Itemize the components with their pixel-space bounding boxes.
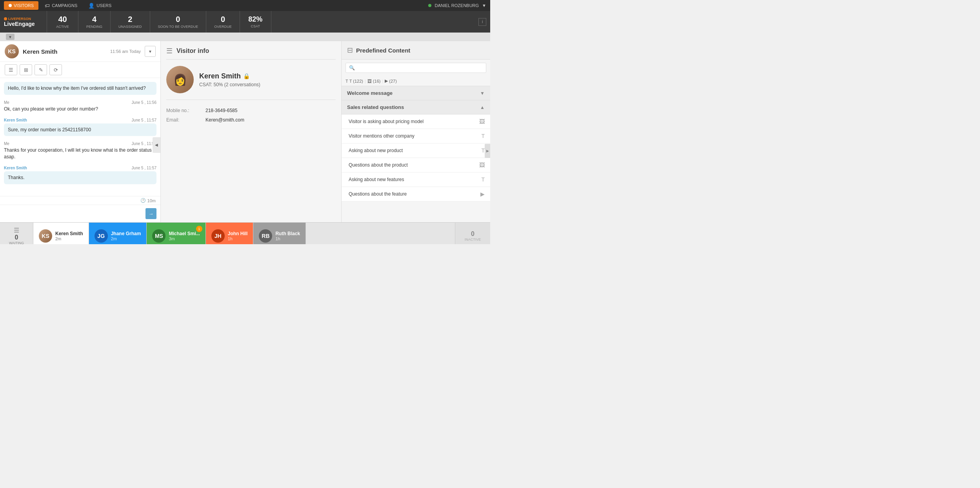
nav-campaigns-label: CAMPAIGNS xyxy=(52,3,77,8)
collapse-button[interactable]: ▼ xyxy=(6,34,15,40)
text-type[interactable]: T T (122) xyxy=(345,79,363,83)
text-item-icon: T xyxy=(481,176,485,183)
person-icon: 👤 xyxy=(88,3,95,9)
predefined-item[interactable]: Asking about new features T xyxy=(342,172,490,187)
category-welcome-toggle: ▼ xyxy=(480,91,485,96)
tag-icon: 🏷 xyxy=(45,3,50,9)
conv-tab-michael[interactable]: MS Michael Smi... 3m 1 xyxy=(147,223,205,244)
conv-tab-ruth[interactable]: RB Ruth Black 1h xyxy=(253,223,306,244)
predefined-item[interactable]: Asking about new product T xyxy=(342,143,490,158)
edit-icon-button[interactable]: ✎ xyxy=(35,64,47,75)
image-type[interactable]: 🖼 (16) xyxy=(367,79,381,83)
predefined-search-box[interactable]: 🔍 xyxy=(345,63,486,73)
visitor-csat: CSAT: 50% (2 conversations) xyxy=(199,82,260,87)
waiting-num: 0 xyxy=(15,234,18,241)
stat-unassigned: 2 UNASSIGNED xyxy=(111,11,150,33)
chat-panel: KS Keren Smith 11:56 am Today ▼ ☰ ⊞ ✎ ⟳ … xyxy=(0,41,161,222)
chat-messages: Hello, I'd like to know why the item I'v… xyxy=(0,78,160,196)
predefined-item[interactable]: Visitor is asking about pricing model 🖼 xyxy=(342,114,490,129)
message-block: Me June 5 , 11:57 Thanks for your cooper… xyxy=(4,142,156,160)
stat-soon-overdue-label: SOON TO BE OVERDUE xyxy=(158,25,198,29)
user-name: DANIEL ROZENBURG xyxy=(435,3,479,8)
video-count: (27) xyxy=(389,79,397,83)
nav-right: DANIEL ROZENBURG ▼ xyxy=(428,3,486,8)
visitor-profile-info: Keren Smith 🔒 CSAT: 50% (2 conversations… xyxy=(199,72,260,87)
text-icon: T xyxy=(345,79,348,83)
separator: | xyxy=(382,79,383,83)
nav-campaigns[interactable]: 🏷 CAMPAIGNS xyxy=(40,1,82,10)
nav-users[interactable]: 👤 USERS xyxy=(84,1,116,10)
visitor-info-header: ☰ Visitor info xyxy=(166,47,336,60)
logo-area: LIVEPERSON LiveEngage xyxy=(0,11,47,33)
message-text: Hello, I'd like to know why the item I'v… xyxy=(8,85,153,92)
stat-pending: 4 PENDING xyxy=(78,11,111,33)
predefined-item[interactable]: Visitor mentions other company T xyxy=(342,129,490,143)
search-icon: 🔍 xyxy=(349,65,355,71)
tab-time-jhane: 2m xyxy=(111,236,141,241)
chat-input[interactable] xyxy=(4,211,145,216)
tab-info-michael: Michael Smi... 3m xyxy=(169,231,200,241)
visitor-profile: 👩 Keren Smith 🔒 CSAT: 50% (2 conversatio… xyxy=(166,66,336,100)
predefined-item[interactable]: Questions about the feature ▶ xyxy=(342,187,490,201)
grid-icon-button[interactable]: ⊞ xyxy=(20,64,32,75)
send-button[interactable]: → xyxy=(145,208,156,219)
stat-pending-num: 4 xyxy=(92,15,96,24)
tab-time-john: 1h xyxy=(228,236,248,241)
conv-tab-jhane[interactable]: JG Jhane Grham 2m xyxy=(89,223,147,244)
scroll-toggle[interactable]: ◀ xyxy=(153,137,160,153)
message-sender: Keren Smith xyxy=(4,118,27,122)
tab-avatar-ruth: RB xyxy=(259,229,272,243)
visitor-name: Keren Smith 🔒 xyxy=(199,72,260,80)
tab-name-ruth: Ruth Black xyxy=(275,231,300,236)
conv-tab-john[interactable]: JH John Hill 1h xyxy=(206,223,254,244)
nav-visitors-label: VISITORS xyxy=(14,3,34,8)
main-area: KS Keren Smith 11:56 am Today ▼ ☰ ⊞ ✎ ⟳ … xyxy=(0,41,490,222)
visitor-info-title: Visitor info xyxy=(176,47,209,54)
stat-unassigned-num: 2 xyxy=(128,15,132,24)
category-sales-toggle: ▲ xyxy=(480,105,485,110)
menu-waiting-area[interactable]: ☰ 0 WAITING xyxy=(0,223,33,244)
tab-avatar-michael: MS xyxy=(152,229,165,243)
nav-users-label: USERS xyxy=(96,3,111,8)
user-dropdown-icon[interactable]: ▼ xyxy=(482,3,486,8)
predefined-item-label: Questions about the product xyxy=(349,162,408,168)
message-meta: Keren Smith June 5 , 11:57 xyxy=(4,118,156,122)
video-type[interactable]: ▶ (27) xyxy=(385,78,397,83)
message-text: Sure, my order number is 25421158700 xyxy=(8,127,153,133)
history-icon-button[interactable]: ⟳ xyxy=(49,64,62,75)
mobile-label: Mobile no.: xyxy=(166,108,202,113)
stat-soon-overdue-num: 0 xyxy=(176,15,180,24)
stat-csat-label: CSAT xyxy=(251,24,260,28)
conv-tab-keren[interactable]: KS Keren Smith 2m xyxy=(33,223,89,244)
chat-contact-name: Keren Smith xyxy=(23,48,57,55)
predefined-item-label: Asking about new product xyxy=(349,148,403,153)
predefined-panel: ⊟ Predefined Content 🔍 T T (122) | 🖼 (16… xyxy=(341,41,490,222)
nav-visitors[interactable]: VISITORS xyxy=(4,1,38,10)
predefined-title: Predefined Content xyxy=(356,47,410,54)
mobile-value: 218-3649-6585 xyxy=(205,108,237,113)
right-collapse-arrow[interactable]: ▶ xyxy=(485,144,490,158)
stat-csat: 82% CSAT xyxy=(240,11,271,33)
category-sales-label: Sales related questions xyxy=(347,104,404,110)
text-item-icon: T xyxy=(481,133,485,139)
message-block: Keren Smith June 5 , 11:57 Sure, my orde… xyxy=(4,118,156,136)
content-types: T T (122) | 🖼 (16) | ▶ (27) xyxy=(342,76,490,86)
tab-time-michael: 3m xyxy=(169,236,200,241)
category-sales-questions[interactable]: Sales related questions ▲ xyxy=(342,100,490,114)
chat-dropdown-button[interactable]: ▼ xyxy=(145,46,156,57)
category-welcome-message[interactable]: Welcome message ▼ xyxy=(342,86,490,100)
image-icon: 🖼 xyxy=(367,79,372,83)
visitor-online-badge: 🔒 xyxy=(243,73,250,79)
timer-value: 10m xyxy=(147,198,156,203)
visitor-avatar-inner: 👩 xyxy=(166,66,194,93)
inactive-area: 0 INACTIVE xyxy=(455,223,490,244)
predefined-item[interactable]: Questions about the product 🖼 xyxy=(342,158,490,172)
summary-icon-button[interactable]: ☰ xyxy=(5,64,17,75)
video-item-icon: ▶ xyxy=(480,191,485,197)
predefined-search-input[interactable] xyxy=(356,63,483,73)
visitors-dot xyxy=(9,4,12,7)
info-icon[interactable]: i xyxy=(478,18,486,26)
tab-info-keren: Keren Smith 2m xyxy=(55,231,83,241)
unread-badge: 1 xyxy=(196,226,202,232)
collapse-bar: ▼ xyxy=(0,33,490,41)
